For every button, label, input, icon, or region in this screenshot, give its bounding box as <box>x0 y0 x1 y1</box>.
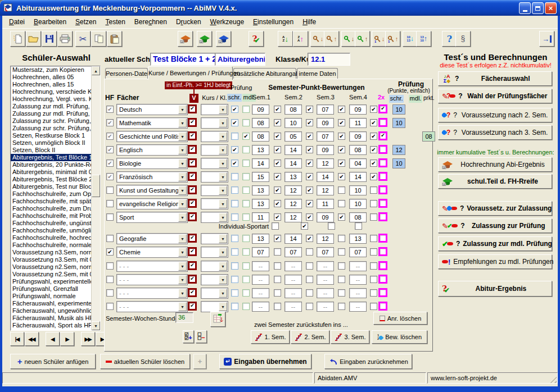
sem1-count-checkbox[interactable]: ✔ <box>274 106 281 113</box>
sem1-points-field[interactable]: 11 <box>252 212 269 222</box>
tab-2[interactable]: Kurse / Bewertungen / Prüfungen <box>148 66 233 80</box>
pruefung-schr-checkbox[interactable] <box>231 200 238 207</box>
kurs-dropdown[interactable]: ▼ <box>201 117 228 129</box>
sem1-count-checkbox[interactable]: ✔ <box>274 133 281 140</box>
chevron-down-icon[interactable]: ▼ <box>178 132 187 141</box>
sem3-count-checkbox[interactable]: ✔ <box>338 213 345 221</box>
list-item[interactable]: Fachhochschulreife, normale <box>11 241 91 249</box>
subject-dropdown[interactable]: Französisch▼ <box>116 171 188 183</box>
voraussetzung-sem3-button[interactable]: ??Voraussetzung nach 3. Sem. <box>438 125 552 140</box>
hf-checkbox[interactable] <box>106 276 114 283</box>
sem2-count-checkbox[interactable]: ✔ <box>306 106 313 113</box>
sem3-points-field[interactable]: 09 <box>317 212 334 222</box>
sem4-points-field[interactable]: 07 <box>349 247 367 257</box>
list-item[interactable]: Fächerauswahl, Sport als HF <box>11 322 91 329</box>
key-brown-up-button[interactable]: ↑ <box>324 31 339 47</box>
list-item[interactable]: Hochrechnen, alles 15 <box>11 81 91 88</box>
hochrechnung-abi-button[interactable]: Hochrechnung Abi-Ergebnis <box>438 157 552 172</box>
sem4-count-checkbox[interactable] <box>370 276 377 283</box>
zulassung-mdl-pruefung-button[interactable]: ✔?Zulassung zur mdl. Prüfung <box>438 236 552 251</box>
fh-reife-button[interactable] <box>197 31 212 47</box>
print-button[interactable] <box>57 31 73 47</box>
sem4-count-checkbox[interactable] <box>370 213 377 221</box>
back-button[interactable]: ◀ <box>46 332 60 346</box>
list-item[interactable]: Zulassung zur schr. Prüfung, <box>11 117 91 125</box>
hf-checkbox[interactable]: ✔ <box>106 133 114 140</box>
sem1-points-field[interactable]: -- <box>252 288 269 298</box>
hf-checkbox[interactable]: ✔ <box>106 173 114 180</box>
kurs-dropdown[interactable]: ▼ <box>201 274 228 285</box>
sem2-points-field[interactable]: -- <box>284 275 302 285</box>
sem3-points-field[interactable]: 11 <box>317 199 334 209</box>
subject-dropdown[interactable]: evangelische Religion▼ <box>116 198 188 209</box>
double-checkbox[interactable] <box>378 118 387 127</box>
pruefung-schr-checkbox[interactable] <box>231 173 238 180</box>
sem3-points-field[interactable]: -- <box>317 261 334 271</box>
pruefung-schr-checkbox[interactable] <box>231 262 238 270</box>
sem1-points-field[interactable]: 13 <box>252 185 269 195</box>
close-button[interactable]: × <box>545 2 557 14</box>
double-checkbox[interactable] <box>378 172 387 181</box>
menu-einstellungen[interactable]: Einstellungen <box>249 17 298 27</box>
pruefung-mdl-checkbox[interactable]: ✔ <box>242 133 250 140</box>
sem3-count-checkbox[interactable]: ✔ <box>338 106 345 113</box>
save-button[interactable] <box>42 31 57 47</box>
sem1-count-checkbox[interactable]: ✔ <box>274 235 281 242</box>
wahl-pruefungsfaecher-button[interactable]: ✎??Wahl der Prüfungsfächer <box>438 89 552 103</box>
sem3-count-checkbox[interactable] <box>338 262 345 270</box>
kurs-dropdown[interactable]: ▼ <box>201 104 228 115</box>
list-item[interactable]: Fächerauswahl, experimentel <box>11 300 91 307</box>
list-item[interactable]: Abiturergebnis, Test Blöcke 2 <box>11 176 91 183</box>
chevron-down-icon[interactable]: ▼ <box>219 186 227 195</box>
sem3-points-field[interactable]: 09 <box>317 118 334 128</box>
current-student-name-field[interactable]: Test Blöcke 1 + 2 <box>150 53 215 66</box>
list-item[interactable]: Prüfungswahl, experimentelle <box>11 278 91 285</box>
sem4-points-field[interactable]: 09 <box>349 131 367 142</box>
kurs-dropdown[interactable]: ▼ <box>201 131 228 142</box>
list-item[interactable]: Fachhochschulreife, hochrec <box>11 234 91 241</box>
chevron-down-icon[interactable]: ▼ <box>219 289 227 298</box>
sem3-points-field[interactable]: -- <box>317 275 334 285</box>
list-item[interactable]: Fachhochschulreife, unmöglic <box>11 227 91 234</box>
sem2-points-field[interactable]: 10 <box>284 118 302 128</box>
hochrechnung-button[interactable] <box>178 31 193 47</box>
sem4-count-checkbox[interactable] <box>370 262 377 270</box>
sem4-count-checkbox[interactable]: ✔ <box>370 146 377 153</box>
chevron-down-icon[interactable]: ▼ <box>178 172 187 181</box>
cut-button[interactable]: ✂ <box>75 31 91 47</box>
list-item[interactable]: Mustersatz, zum Kopieren <box>11 66 91 74</box>
sem4-count-checkbox[interactable] <box>370 235 377 242</box>
sem3-points-field[interactable]: 12 <box>317 234 334 244</box>
chevron-down-icon[interactable]: ▼ <box>219 105 227 114</box>
sem1-count-checkbox[interactable]: ✔ <box>274 119 281 126</box>
chevron-down-icon[interactable]: ▼ <box>219 275 227 284</box>
subject-dropdown[interactable]: Geografie▼ <box>116 233 188 244</box>
list-item[interactable]: Setzen, Block II <box>11 147 91 154</box>
pruefung-mdl-checkbox[interactable] <box>242 276 250 283</box>
tab-1[interactable]: Personen-Daten <box>105 68 148 79</box>
menu-setzen[interactable]: Setzen <box>71 17 101 27</box>
hf-checkbox[interactable]: ✔ <box>106 159 114 167</box>
list-item[interactable]: Hochrechnung, verschiede K <box>11 88 91 95</box>
belegt-checkbox[interactable]: ✔ <box>188 145 197 154</box>
paste-button[interactable] <box>107 31 122 47</box>
voraussetzung-sem2-button[interactable]: ??Voraussetzung nach 2. Sem. <box>438 108 552 122</box>
sem3-points-field[interactable]: 07 <box>317 247 334 257</box>
chevron-down-icon[interactable]: ▼ <box>219 213 227 222</box>
belegt-checkbox[interactable]: ✔ <box>188 275 197 284</box>
sem1-count-checkbox[interactable]: ✔ <box>274 173 281 180</box>
list-item[interactable]: Fachhochschulreife, mit Prob <box>11 212 91 220</box>
sem1-count-checkbox[interactable]: ✔ <box>274 213 281 221</box>
sem3-count-checkbox[interactable] <box>338 235 345 242</box>
list-item[interactable]: Fachhochschulreife, mit späte <box>11 198 91 205</box>
subject-dropdown[interactable]: Englisch▼ <box>116 144 188 156</box>
chevron-down-icon[interactable]: ▼ <box>219 145 227 154</box>
pruefung-mdl-checkbox[interactable] <box>242 146 250 153</box>
sem4-count-checkbox[interactable] <box>370 200 377 207</box>
sem3-points-field[interactable]: -- <box>317 288 334 298</box>
minimize-button[interactable] <box>519 2 531 14</box>
sem4-points-field[interactable]: 11 <box>349 118 367 128</box>
forward-button[interactable]: ▶ <box>60 332 74 346</box>
list-item[interactable]: Voraussetzung n3.Sem, norm <box>11 249 91 256</box>
sem3-count-checkbox[interactable] <box>338 200 345 207</box>
